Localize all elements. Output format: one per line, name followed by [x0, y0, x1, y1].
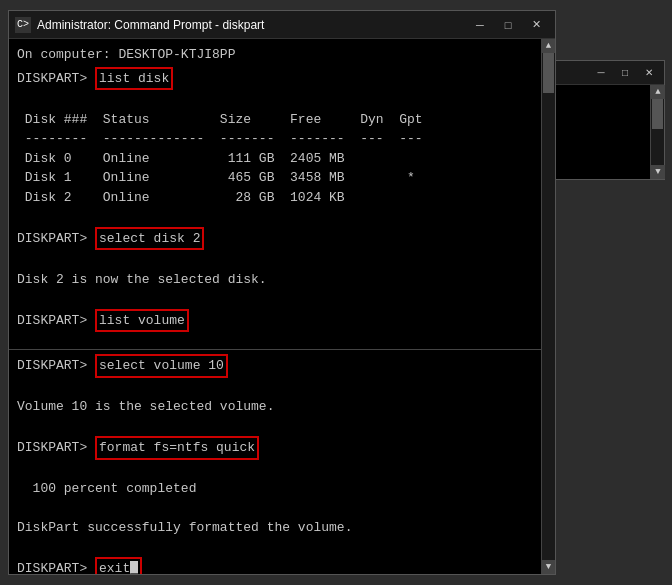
terminal-content: On computer: DESKTOP-KTJI8PP DISKPART> l…	[9, 39, 555, 574]
minimize-button[interactable]: ─	[467, 15, 493, 35]
main-titlebar: C> Administrator: Command Prompt - diskp…	[9, 11, 555, 39]
prompt-exit: DISKPART> exit_	[17, 557, 533, 574]
secondary-scrollbar-thumb[interactable]	[652, 99, 663, 129]
main-window: C> Administrator: Command Prompt - diskp…	[8, 10, 556, 575]
select-disk-output: Disk 2 is now the selected disk.	[17, 270, 533, 290]
secondary-scroll-down[interactable]: ▼	[651, 165, 665, 179]
prompt-text-6: DISKPART>	[17, 559, 95, 574]
prompt-text: DISKPART>	[17, 69, 95, 89]
scrollbar-track[interactable]	[542, 53, 555, 560]
secondary-close[interactable]: ✕	[638, 64, 660, 82]
scroll-up-button[interactable]: ▲	[542, 39, 556, 53]
close-button[interactable]: ✕	[523, 15, 549, 35]
header-line: On computer: DESKTOP-KTJI8PP	[17, 43, 533, 67]
disk-divider: -------- ------------- ------- ------- -…	[17, 129, 533, 149]
prompt-list-disk: DISKPART> list disk	[17, 67, 533, 91]
window-controls: ─ □ ✕	[467, 15, 549, 35]
bottom-terminal[interactable]: DISKPART> select volume 10 Volume 10 is …	[9, 350, 541, 574]
prompt-format: DISKPART> format fs=ntfs quick	[17, 436, 533, 460]
disk-0: Disk 0 Online 111 GB 2405 MB	[17, 149, 533, 169]
prompt-text-5: DISKPART>	[17, 438, 95, 458]
command-select-disk: select disk 2	[95, 227, 204, 251]
bottom-section: DISKPART> select volume 10 Volume 10 is …	[9, 350, 541, 574]
command-list-volume: list volume	[95, 309, 189, 333]
secondary-minimize[interactable]: ─	[590, 64, 612, 82]
disk-2: Disk 2 Online 28 GB 1024 KB	[17, 188, 533, 208]
secondary-scrollbar[interactable]: ▲ ▼	[650, 85, 664, 179]
top-terminal[interactable]: On computer: DESKTOP-KTJI8PP DISKPART> l…	[9, 39, 541, 349]
secondary-scroll-up[interactable]: ▲	[651, 85, 665, 99]
prompt-select-volume: DISKPART> select volume 10	[17, 354, 533, 378]
maximize-button[interactable]: □	[495, 15, 521, 35]
disk-header: Disk ### Status Size Free Dyn Gpt	[17, 110, 533, 130]
cursor: _	[130, 561, 138, 574]
select-volume-output: Volume 10 is the selected volume.	[17, 397, 533, 417]
command-exit: exit_	[95, 557, 142, 574]
format-progress: 100 percent completed	[17, 479, 533, 499]
prompt-select-disk: DISKPART> select disk 2	[17, 227, 533, 251]
format-success: DiskPart successfully formatted the volu…	[17, 518, 533, 538]
secondary-scrollbar-track[interactable]	[651, 99, 664, 165]
icon-symbol: C>	[17, 19, 29, 30]
prompt-text-3: DISKPART>	[17, 311, 95, 331]
top-section: On computer: DESKTOP-KTJI8PP DISKPART> l…	[9, 39, 541, 349]
command-format: format fs=ntfs quick	[95, 436, 259, 460]
scrollbar-thumb[interactable]	[543, 53, 554, 93]
prompt-list-volume: DISKPART> list volume	[17, 309, 533, 333]
prompt-text-2: DISKPART>	[17, 229, 95, 249]
command-list-disk: list disk	[95, 67, 173, 91]
secondary-controls: ─ □ ✕	[590, 64, 660, 82]
terminal-icon: C>	[15, 17, 31, 33]
window-title: Administrator: Command Prompt - diskpart	[37, 18, 467, 32]
prompt-text-4: DISKPART>	[17, 356, 95, 376]
disk-1: Disk 1 Online 465 GB 3458 MB *	[17, 168, 533, 188]
command-select-volume: select volume 10	[95, 354, 228, 378]
scroll-down-button[interactable]: ▼	[542, 560, 556, 574]
scrollbar[interactable]: ▲ ▼	[541, 39, 555, 574]
secondary-maximize[interactable]: □	[614, 64, 636, 82]
